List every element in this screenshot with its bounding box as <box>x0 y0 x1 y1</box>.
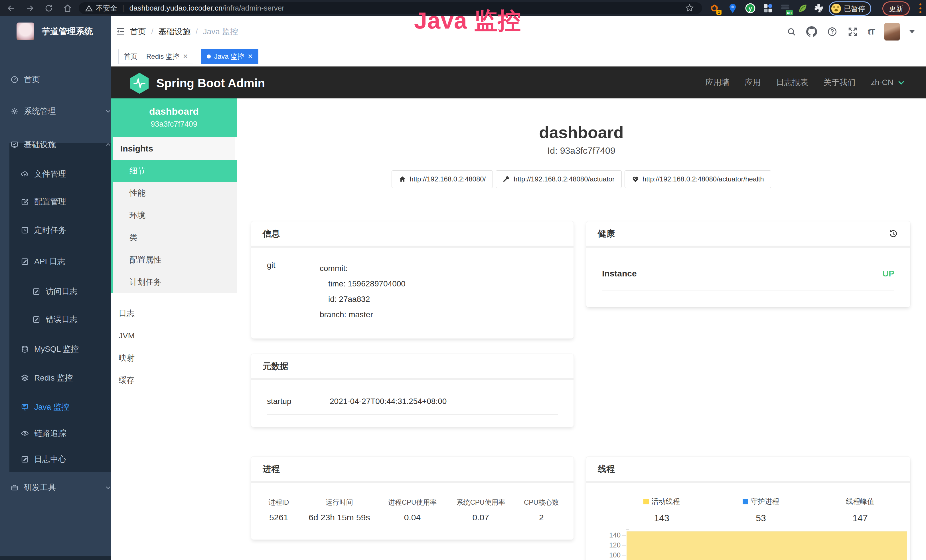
tag-redis-monitor[interactable]: Redis 监控 ✕ <box>141 49 194 64</box>
timer-icon <box>21 226 29 235</box>
sba-item-classes[interactable]: 类 <box>113 227 237 249</box>
browser-menu-icon[interactable] <box>920 3 922 13</box>
wrench-icon <box>503 176 510 183</box>
sba-locale-select[interactable]: zh-CN <box>871 78 905 87</box>
breadcrumb-infra[interactable]: 基础设施 <box>159 26 191 37</box>
extension-switch-icon[interactable]: on <box>780 3 791 14</box>
app-title: 芋道管理系统 <box>42 23 93 40</box>
tag-label: 首页 <box>124 52 138 61</box>
annotation-java-monitor: Java 监控 <box>414 5 521 36</box>
browser-back-icon[interactable] <box>6 3 16 13</box>
card-title: 健康 <box>598 221 615 246</box>
sba-item-details[interactable]: 细节 <box>111 160 237 182</box>
extension-leaf-icon[interactable] <box>797 3 808 14</box>
tag-java-monitor[interactable]: Java 监控 ✕ <box>201 49 259 64</box>
app-logo-row[interactable]: 芋道管理系统 <box>0 21 111 53</box>
sba-item-caches[interactable]: 缓存 <box>111 369 237 391</box>
extension-puzzle-icon[interactable] <box>813 3 824 14</box>
url-path: /infra/admin-server <box>222 4 284 12</box>
sidebar-item-dev-tools[interactable]: 研发工具 <box>0 478 121 496</box>
legend-swatch-blue <box>743 499 748 504</box>
close-icon[interactable]: ✕ <box>248 53 253 60</box>
user-avatar[interactable] <box>884 23 900 41</box>
chevron-up-icon <box>104 141 112 148</box>
sba-item-mappings[interactable]: 映射 <box>111 347 237 369</box>
layers-icon <box>21 374 29 382</box>
breadcrumb-home[interactable]: 首页 <box>130 26 146 37</box>
instance-home-url[interactable]: http://192.168.0.2:48080/ <box>392 170 493 188</box>
help-icon[interactable] <box>827 26 838 37</box>
sba-brand[interactable]: Spring Boot Admin <box>129 72 265 94</box>
sba-nav-applications[interactable]: 应用 <box>745 77 761 88</box>
sidebar-item-home[interactable]: 首页 <box>0 70 121 89</box>
security-warning-icon <box>85 4 93 12</box>
instance-actuator-url[interactable]: http://192.168.0.2:48080/actuator <box>496 170 622 188</box>
sidebar-item-label: API 日志 <box>34 253 65 271</box>
window-bottom-strip <box>0 556 111 560</box>
security-warning-label[interactable]: 不安全 <box>96 3 117 13</box>
profile-paused-chip[interactable]: 已暂停 <box>829 2 871 16</box>
legend-value: 143 <box>612 513 711 524</box>
eye-icon <box>21 429 29 437</box>
database-icon <box>21 345 29 353</box>
card-threads: 线程 活动线程 143 守护进程 53 线程峰值 147 140 120 100 <box>586 456 910 560</box>
sba-nav-about[interactable]: 关于我们 <box>824 77 856 88</box>
breadcrumb-current: Java 监控 <box>203 26 238 37</box>
bookmark-star-icon[interactable] <box>685 3 694 12</box>
browser-update-button[interactable]: 更新 <box>882 2 910 16</box>
extension-grid-icon[interactable] <box>763 3 773 14</box>
search-icon[interactable] <box>786 27 796 37</box>
address-bar[interactable]: 不安全 | dashboard.yudao.iocoder.cn/infra/a… <box>79 2 702 14</box>
sidebar-item-label: 定时任务 <box>34 221 66 239</box>
sba-instance-header[interactable]: dashboard 93a3fc7f7409 <box>111 98 237 137</box>
log-edit-icon <box>32 287 41 296</box>
extension-y-icon[interactable]: y <box>745 3 756 14</box>
sba-item-environment[interactable]: 环境 <box>113 204 237 227</box>
browser-forward-icon[interactable] <box>25 3 35 13</box>
extension-pin-icon[interactable] <box>727 3 738 14</box>
sidebar-item-system[interactable]: 系统管理 <box>0 102 121 120</box>
sba-item-jvm[interactable]: JVM <box>111 325 237 347</box>
sidebar-item-label: 配置管理 <box>34 192 66 211</box>
url-domain[interactable]: dashboard.yudao.iocoder.cn <box>130 4 223 12</box>
sba-section-insights[interactable]: Insights <box>111 137 235 160</box>
screenshot-root: 不安全 | dashboard.yudao.iocoder.cn/infra/a… <box>0 0 926 560</box>
extension-colab-icon[interactable]: 1 <box>709 3 720 14</box>
sba-item-metrics[interactable]: 性能 <box>113 182 237 204</box>
sidebar-item-label: 错误日志 <box>45 310 77 328</box>
sidebar-item-infra[interactable]: 基础设施 <box>0 136 121 154</box>
avatar-caret-icon[interactable] <box>909 30 915 33</box>
fullscreen-icon[interactable] <box>847 26 858 37</box>
instance-health-url[interactable]: http://192.168.0.2:48080/actuator/health <box>625 170 771 188</box>
history-icon[interactable] <box>888 228 899 239</box>
sba-item-config-props[interactable]: 配置属性 <box>113 249 237 271</box>
hamburger-icon[interactable] <box>115 26 126 37</box>
extension-badge-count: 1 <box>716 10 722 15</box>
y-axis-tickmark <box>622 555 626 555</box>
sba-nav-journal[interactable]: 日志报表 <box>776 77 808 88</box>
legend-value: 147 <box>811 513 910 524</box>
cloud-upload-icon <box>21 170 29 178</box>
card-threads-header: 线程 <box>586 457 910 483</box>
breadcrumb-separator: / <box>196 27 198 36</box>
process-pid: 5261 <box>257 513 301 522</box>
cpu-cores: 2 <box>515 513 568 522</box>
process-cpu: 0.04 <box>378 513 446 522</box>
browser-home-icon[interactable] <box>63 3 73 13</box>
log-edit-icon <box>21 455 29 463</box>
dashboard-icon <box>10 75 19 84</box>
sba-insights-list: 细节 性能 环境 类 配置属性 计划任务 <box>111 160 237 293</box>
sba-item-logs[interactable]: 日志 <box>111 303 237 325</box>
github-icon[interactable] <box>806 26 817 37</box>
tag-home[interactable]: 首页 <box>118 49 143 64</box>
close-icon[interactable]: ✕ <box>183 53 188 60</box>
sba-item-scheduled-tasks[interactable]: 计划任务 <box>113 271 237 293</box>
font-size-icon[interactable]: tT <box>868 27 875 36</box>
sba-nav-wallboard[interactable]: 应用墙 <box>705 77 729 88</box>
browser-reload-icon[interactable] <box>44 3 54 13</box>
sidebar-item-label: Java 监控 <box>34 398 69 416</box>
process-col-header: CPU核心数 <box>515 498 568 507</box>
instance-title: dashboard <box>237 123 926 142</box>
app-logo-image <box>17 23 34 40</box>
y-axis-tick: 140 <box>600 531 620 539</box>
